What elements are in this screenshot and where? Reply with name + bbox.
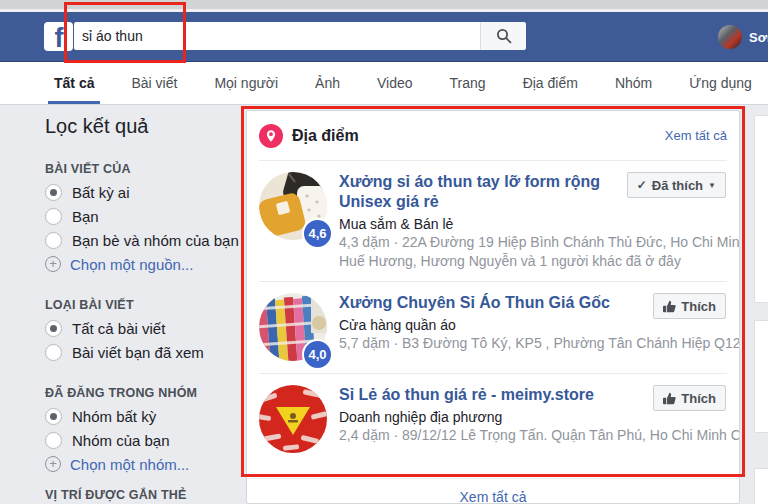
place-result-row: 4,6 Xưởng sỉ áo thun tay lỡ form rộng Un… <box>247 161 739 281</box>
filter-group-posted-in-group: ĐÃ ĐĂNG TRONG NHÓM Nhóm bất kỳ Nhóm của … <box>45 386 241 476</box>
place-title-link[interactable]: Xưởng sỉ áo thun tay lỡ form rộng Unisex… <box>339 172 643 212</box>
choose-group-link[interactable]: + Chọn một nhóm... <box>45 452 241 476</box>
place-category: Mua sắm & Bán lẻ <box>339 215 643 233</box>
radio-option-any-group[interactable]: Nhóm bất kỳ <box>45 404 241 428</box>
radio-option-all-posts[interactable]: Tất cả bài viết <box>45 316 241 340</box>
like-button-label: Thích <box>681 391 716 406</box>
places-card-footer: Xem tất cả <box>247 478 739 504</box>
place-photo-logo <box>259 385 327 453</box>
places-section-title: Địa điểm <box>292 127 359 145</box>
tab-bai-viet[interactable]: Bài viết <box>131 62 177 104</box>
radio-icon <box>45 232 62 249</box>
place-avatar[interactable]: 4,6 <box>259 172 327 240</box>
rating-badge: 4,6 <box>302 218 333 249</box>
check-icon: ✓ <box>637 178 647 192</box>
filter-title: Lọc kết quả <box>45 112 241 140</box>
like-button-label: Thích <box>681 299 716 314</box>
place-avatar[interactable]: 4,0 <box>259 293 327 361</box>
user-name: Sơn <box>749 30 768 45</box>
radio-icon <box>45 408 62 425</box>
tab-moi-nguoi[interactable]: Mọi người <box>214 62 278 104</box>
search-tabs: Tất cả Bài viết Mọi người Ảnh Video Tran… <box>0 62 768 105</box>
user-avatar <box>718 25 742 49</box>
filter-group-post-type: LOẠI BÀI VIẾT Tất cả bài viết Bài viết b… <box>45 298 241 364</box>
see-all-link-bottom[interactable]: Xem tất cả <box>460 489 527 504</box>
see-all-link-top[interactable]: Xem tất cả <box>665 128 727 143</box>
place-title-link[interactable]: Sỉ Lẻ áo thun giá rẻ - meimy.store <box>339 385 643 405</box>
radio-icon <box>45 432 62 449</box>
place-info: Xưởng Chuyên Sỉ Áo Thun Giá Gốc Cửa hàng… <box>339 293 643 373</box>
radio-label: Bất kỳ ai <box>72 184 130 201</box>
facebook-header: f Sơn <box>0 12 768 62</box>
radio-option-anyone[interactable]: Bất kỳ ai <box>45 180 241 204</box>
filter-heading: VỊ TRÍ ĐƯỢC GẮN THẺ <box>45 488 241 502</box>
right-column-card-edge <box>754 115 768 303</box>
place-address: 2,4 dặm · 89/12/12 Lê Trọng Tấn. Quận Tâ… <box>339 426 643 445</box>
browser-chrome-strip <box>0 0 768 9</box>
radio-icon <box>45 208 62 225</box>
filter-group-posts-from: BÀI VIẾT CỦA Bất kỳ ai Bạn Bạn bè và nhó… <box>45 162 241 276</box>
plus-icon: + <box>45 256 61 272</box>
search-button[interactable] <box>480 22 526 50</box>
radio-icon <box>45 184 62 201</box>
filter-group-tagged-location: VỊ TRÍ ĐƯỢC GẮN THẺ <box>45 488 241 502</box>
thumb-up-icon <box>663 300 676 313</box>
caret-down-icon: ▼ <box>708 181 716 190</box>
liked-button[interactable]: ✓ Đã thích ▼ <box>627 172 726 198</box>
place-social-context: Huế Hương, Hương Nguyễn và 1 người khác … <box>339 252 643 271</box>
filter-heading: ĐÃ ĐĂNG TRONG NHÓM <box>45 386 241 400</box>
place-title-link[interactable]: Xưởng Chuyên Sỉ Áo Thun Giá Gốc <box>339 293 643 313</box>
place-address: 4,3 dặm · 22A Đường 19 Hiệp Bình Chánh T… <box>339 233 643 252</box>
place-category: Cửa hàng quần áo <box>339 316 643 334</box>
tab-tat-ca[interactable]: Tất cả <box>54 62 94 104</box>
tab-trang[interactable]: Trang <box>450 62 486 104</box>
filter-heading: LOẠI BÀI VIẾT <box>45 298 241 312</box>
tab-anh[interactable]: Ảnh <box>315 62 340 104</box>
radio-label: Nhóm bất kỳ <box>72 408 156 425</box>
place-result-row: 4,0 Xưởng Chuyên Sỉ Áo Thun Giá Gốc Cửa … <box>247 282 739 373</box>
like-button[interactable]: Thích <box>653 385 726 411</box>
radio-label: Bài viết bạn đã xem <box>72 344 204 361</box>
filter-sidebar: Lọc kết quả BÀI VIẾT CỦA Bất kỳ ai Bạn B… <box>45 112 241 504</box>
place-info: Xưởng sỉ áo thun tay lỡ form rộng Unisex… <box>339 172 643 281</box>
right-column-card-edge <box>754 468 768 504</box>
right-column-card-edge <box>754 320 768 433</box>
radio-option-your-groups[interactable]: Nhóm của bạn <box>45 428 241 452</box>
user-menu[interactable]: Sơn <box>718 25 768 49</box>
tab-ung-dung[interactable]: Ứng dụng <box>689 62 752 104</box>
place-address: 5,7 dặm · B3 Đường Tô Ký, KP5 , Phường T… <box>339 334 643 353</box>
radio-option-seen-posts[interactable]: Bài viết bạn đã xem <box>45 340 241 364</box>
radio-label: Bạn bè và nhóm của bạn <box>72 232 239 249</box>
map-pin-icon <box>259 124 283 148</box>
radio-icon <box>45 344 62 361</box>
like-button[interactable]: Thích <box>653 293 726 319</box>
like-button-label: Đã thích <box>652 178 703 193</box>
search-bar <box>74 22 526 50</box>
radio-label: Tất cả bài viết <box>72 320 165 337</box>
places-card-header: Địa điểm Xem tất cả <box>247 111 739 160</box>
radio-option-you[interactable]: Bạn <box>45 204 241 228</box>
link-label: Chọn một nhóm... <box>70 456 189 473</box>
place-avatar[interactable] <box>259 385 327 453</box>
radio-option-friends-groups[interactable]: Bạn bè và nhóm của bạn <box>45 228 241 252</box>
tab-dia-diem[interactable]: Địa điểm <box>523 62 578 104</box>
radio-label: Bạn <box>72 208 99 225</box>
search-icon <box>496 28 512 44</box>
places-results-card: Địa điểm Xem tất cả 4,6 Xưở <box>246 110 740 504</box>
search-input[interactable] <box>74 22 480 50</box>
facebook-logo-letter: f <box>55 25 64 51</box>
facebook-logo[interactable]: f <box>44 22 73 51</box>
choose-source-link[interactable]: + Chọn một nguồn... <box>45 252 241 276</box>
place-category: Doanh nghiệp địa phương <box>339 408 643 426</box>
tab-nhom[interactable]: Nhóm <box>615 62 652 104</box>
rating-badge: 4,0 <box>302 339 333 370</box>
plus-icon: + <box>45 456 61 472</box>
tab-video[interactable]: Video <box>377 62 413 104</box>
filter-heading: BÀI VIẾT CỦA <box>45 162 241 176</box>
radio-icon <box>45 320 62 337</box>
link-label: Chọn một nguồn... <box>70 256 193 273</box>
place-result-row: Sỉ Lẻ áo thun giá rẻ - meimy.store Doanh… <box>247 374 739 478</box>
thumb-up-icon <box>663 392 676 405</box>
place-info: Sỉ Lẻ áo thun giá rẻ - meimy.store Doanh… <box>339 385 643 478</box>
radio-label: Nhóm của bạn <box>72 432 170 449</box>
